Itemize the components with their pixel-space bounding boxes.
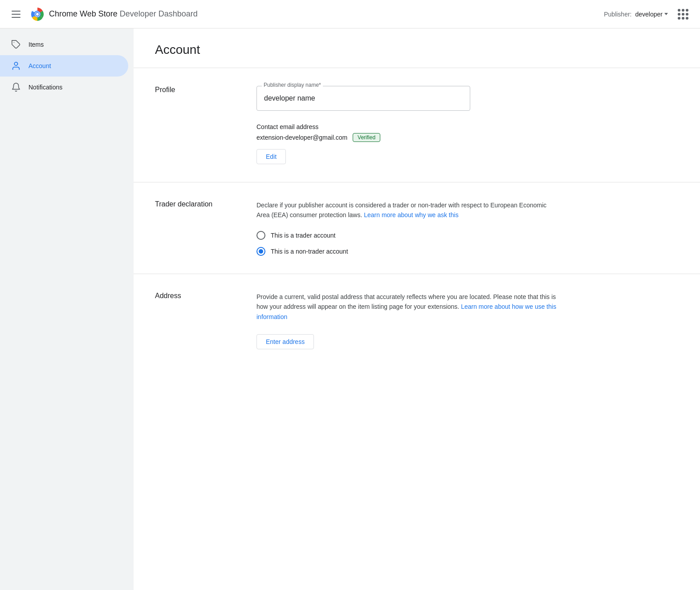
profile-label: Profile <box>155 86 235 164</box>
sidebar-label-account: Account <box>28 62 51 69</box>
publisher-display-name-label: Publisher display name* <box>262 82 323 88</box>
header-right: Publisher: developer <box>604 6 691 22</box>
logo-container: Chrome Web Store Developer Dashboard <box>30 7 198 21</box>
layout: Items Account Notifications <box>0 28 700 590</box>
contact-row: extension-developer@gmail.com Verified <box>256 133 559 142</box>
non-trader-radio[interactable] <box>256 247 265 256</box>
header: Chrome Web Store Developer Dashboard Pub… <box>0 0 700 28</box>
edit-button[interactable]: Edit <box>256 149 286 164</box>
address-description: Provide a current, valid postal address … <box>256 292 559 322</box>
trader-learn-more-link[interactable]: Learn more about why we ask this <box>364 211 458 218</box>
trader-option-label: This is a trader account <box>271 232 336 239</box>
sidebar-label-items: Items <box>28 41 44 48</box>
trader-label: Trader declaration <box>155 200 235 256</box>
trader-content: Declare if your publisher account is con… <box>256 200 559 256</box>
contact-email-label: Contact email address <box>256 123 559 130</box>
address-content: Provide a current, valid postal address … <box>256 292 559 349</box>
svg-point-7 <box>14 62 17 65</box>
sidebar: Items Account Notifications <box>0 28 134 590</box>
sidebar-item-account[interactable]: Account <box>0 55 128 77</box>
person-icon <box>11 61 21 71</box>
trader-option[interactable]: This is a trader account <box>256 231 559 240</box>
enter-address-button[interactable]: Enter address <box>256 334 314 349</box>
address-label: Address <box>155 292 235 349</box>
header-title: Chrome Web Store Developer Dashboard <box>49 9 198 19</box>
trader-radio[interactable] <box>256 231 265 240</box>
publisher-label: Publisher: <box>604 11 631 18</box>
main-content: Account Profile Publisher display name* … <box>134 28 700 590</box>
profile-section: Profile Publisher display name* Contact … <box>134 68 700 182</box>
svg-point-5 <box>36 13 39 16</box>
non-trader-option-label: This is a non-trader account <box>271 248 348 255</box>
sidebar-item-notifications[interactable]: Notifications <box>0 77 128 98</box>
bell-icon <box>11 82 21 93</box>
verified-badge: Verified <box>353 133 380 142</box>
contact-email-value: extension-developer@gmail.com <box>256 134 347 141</box>
contact-section: Contact email address extension-develope… <box>256 123 559 164</box>
publisher-display-name-input[interactable] <box>256 86 470 111</box>
sidebar-item-items[interactable]: Items <box>0 34 128 55</box>
address-section: Address Provide a current, valid postal … <box>134 274 700 367</box>
publisher-name-wrapper: Publisher display name* <box>256 86 559 111</box>
non-trader-option[interactable]: This is a non-trader account <box>256 247 559 256</box>
profile-content: Publisher display name* Contact email ad… <box>256 86 559 164</box>
profile-section-layout: Profile Publisher display name* Contact … <box>155 86 679 164</box>
radio-group: This is a trader account This is a non-t… <box>256 231 559 256</box>
puzzle-icon <box>11 39 21 50</box>
sidebar-label-notifications: Notifications <box>28 84 62 91</box>
hamburger-icon[interactable] <box>9 8 23 20</box>
publisher-name[interactable]: developer <box>635 11 668 18</box>
chevron-down-icon <box>664 13 668 15</box>
trader-section: Trader declaration Declare if your publi… <box>134 182 700 274</box>
trader-description: Declare if your publisher account is con… <box>256 200 559 220</box>
page-title: Account <box>134 28 700 68</box>
chrome-logo <box>30 7 45 21</box>
grid-icon[interactable] <box>675 6 691 22</box>
address-section-layout: Address Provide a current, valid postal … <box>155 292 679 349</box>
header-left: Chrome Web Store Developer Dashboard <box>9 7 198 21</box>
trader-section-layout: Trader declaration Declare if your publi… <box>155 200 679 256</box>
